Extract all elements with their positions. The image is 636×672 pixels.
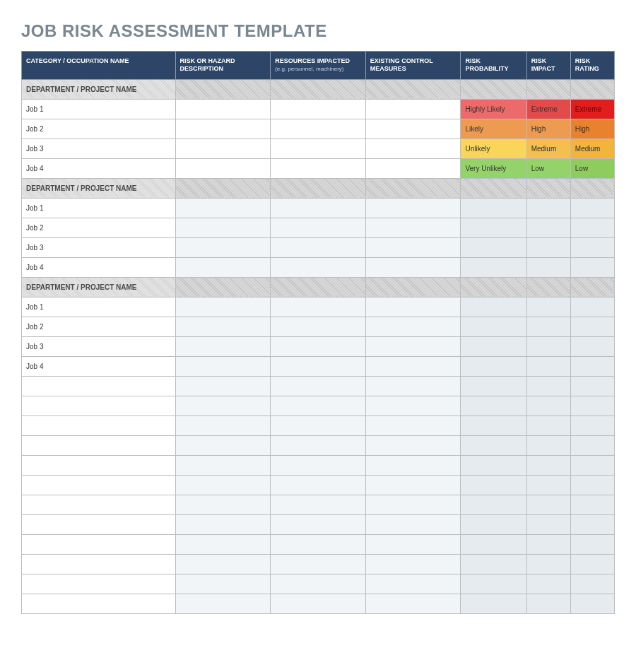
cell-empty[interactable] (22, 376, 176, 396)
cell-resources[interactable] (271, 317, 366, 336)
cell-rating[interactable] (570, 198, 614, 218)
department-label[interactable]: DEPARTMENT / PROJECT NAME (22, 277, 176, 297)
cell-empty[interactable] (22, 475, 176, 495)
cell-empty[interactable] (175, 455, 271, 475)
job-name[interactable]: Job 3 (22, 336, 176, 356)
cell-empty[interactable] (526, 376, 570, 396)
cell-resources[interactable] (271, 99, 366, 119)
cell-empty[interactable] (22, 554, 176, 574)
cell-resources[interactable] (271, 119, 366, 138)
cell-impact[interactable] (526, 218, 570, 237)
cell-empty[interactable] (365, 415, 461, 435)
cell-empty[interactable] (271, 495, 366, 514)
cell-resources[interactable] (271, 336, 366, 356)
cell-empty[interactable] (175, 396, 271, 415)
job-name[interactable]: Job 1 (22, 99, 176, 119)
cell-empty[interactable] (175, 554, 271, 574)
cell-empty[interactable] (461, 277, 526, 297)
cell-empty[interactable] (461, 514, 526, 534)
cell-empty[interactable] (461, 554, 526, 574)
job-name[interactable]: Job 4 (22, 158, 176, 178)
cell-impact[interactable] (526, 198, 570, 218)
cell-empty[interactable] (271, 79, 366, 99)
cell-resources[interactable] (271, 356, 366, 376)
cell-empty[interactable] (570, 178, 614, 198)
cell-empty[interactable] (570, 594, 614, 613)
cell-empty[interactable] (365, 574, 461, 594)
cell-empty[interactable] (526, 534, 570, 554)
cell-empty[interactable] (461, 594, 526, 613)
cell-resources[interactable] (271, 237, 366, 257)
cell-empty[interactable] (22, 396, 176, 415)
cell-rating[interactable]: Medium (570, 138, 614, 158)
cell-empty[interactable] (22, 534, 176, 554)
cell-empty[interactable] (461, 455, 526, 475)
cell-empty[interactable] (526, 554, 570, 574)
cell-empty[interactable] (461, 534, 526, 554)
cell-empty[interactable] (570, 554, 614, 574)
cell-empty[interactable] (365, 79, 461, 99)
cell-hazard[interactable] (175, 99, 271, 119)
cell-empty[interactable] (175, 376, 271, 396)
cell-empty[interactable] (526, 277, 570, 297)
cell-empty[interactable] (461, 178, 526, 198)
cell-impact[interactable]: Extreme (526, 99, 570, 119)
cell-controls[interactable] (365, 297, 461, 317)
cell-rating[interactable] (570, 336, 614, 356)
cell-resources[interactable] (271, 297, 366, 317)
cell-hazard[interactable] (175, 356, 271, 376)
cell-controls[interactable] (365, 336, 461, 356)
cell-empty[interactable] (526, 475, 570, 495)
cell-empty[interactable] (461, 495, 526, 514)
cell-hazard[interactable] (175, 198, 271, 218)
cell-impact[interactable]: High (526, 119, 570, 138)
cell-empty[interactable] (570, 574, 614, 594)
cell-rating[interactable] (570, 218, 614, 237)
cell-empty[interactable] (22, 594, 176, 613)
cell-empty[interactable] (365, 435, 461, 455)
cell-empty[interactable] (365, 376, 461, 396)
cell-probability[interactable]: Very Unlikely (461, 158, 526, 178)
cell-controls[interactable] (365, 158, 461, 178)
cell-empty[interactable] (22, 495, 176, 514)
cell-empty[interactable] (271, 415, 366, 435)
cell-empty[interactable] (365, 178, 461, 198)
cell-impact[interactable] (526, 257, 570, 277)
cell-empty[interactable] (365, 475, 461, 495)
cell-empty[interactable] (175, 79, 271, 99)
cell-controls[interactable] (365, 237, 461, 257)
cell-empty[interactable] (570, 455, 614, 475)
cell-empty[interactable] (365, 495, 461, 514)
cell-controls[interactable] (365, 218, 461, 237)
cell-empty[interactable] (365, 554, 461, 574)
cell-empty[interactable] (365, 277, 461, 297)
cell-empty[interactable] (175, 475, 271, 495)
cell-impact[interactable] (526, 317, 570, 336)
cell-empty[interactable] (22, 435, 176, 455)
cell-empty[interactable] (570, 534, 614, 554)
cell-controls[interactable] (365, 198, 461, 218)
cell-hazard[interactable] (175, 119, 271, 138)
cell-empty[interactable] (175, 495, 271, 514)
cell-impact[interactable] (526, 237, 570, 257)
cell-empty[interactable] (175, 514, 271, 534)
job-name[interactable]: Job 2 (22, 317, 176, 336)
cell-empty[interactable] (526, 514, 570, 534)
cell-empty[interactable] (22, 455, 176, 475)
cell-empty[interactable] (175, 534, 271, 554)
cell-hazard[interactable] (175, 138, 271, 158)
cell-hazard[interactable] (175, 297, 271, 317)
cell-resources[interactable] (271, 138, 366, 158)
cell-controls[interactable] (365, 257, 461, 277)
cell-rating[interactable]: Extreme (570, 99, 614, 119)
cell-probability[interactable] (461, 237, 526, 257)
department-label[interactable]: DEPARTMENT / PROJECT NAME (22, 79, 176, 99)
cell-empty[interactable] (461, 415, 526, 435)
cell-empty[interactable] (365, 534, 461, 554)
cell-rating[interactable] (570, 317, 614, 336)
cell-empty[interactable] (526, 594, 570, 613)
cell-empty[interactable] (271, 396, 366, 415)
cell-empty[interactable] (570, 396, 614, 415)
cell-probability[interactable] (461, 356, 526, 376)
cell-empty[interactable] (271, 277, 366, 297)
